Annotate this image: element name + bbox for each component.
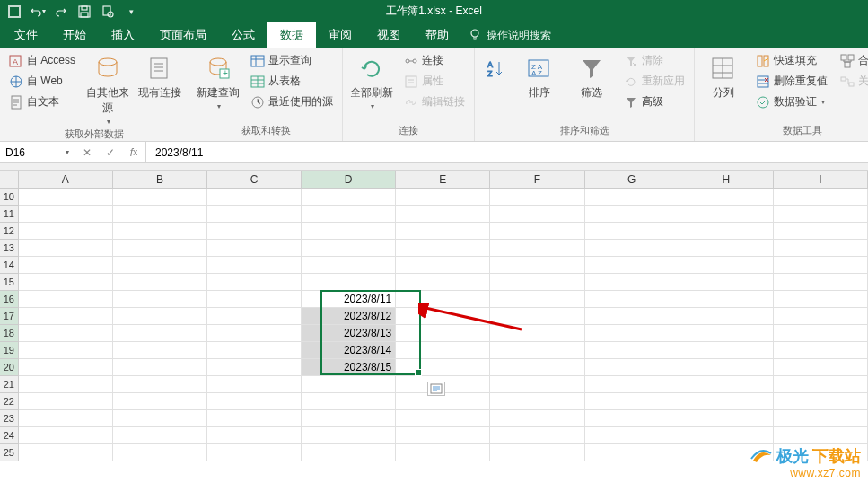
cell[interactable] [113, 359, 207, 376]
cell[interactable] [774, 427, 868, 444]
row-header[interactable]: 25 [0, 444, 19, 461]
cell[interactable] [19, 393, 113, 410]
from-access-button[interactable]: A自 Access [5, 51, 79, 70]
cell[interactable] [679, 427, 774, 444]
cell[interactable] [396, 189, 490, 206]
spreadsheet-grid[interactable]: ABCDEFGHI 101112131415162023/8/11172023/… [0, 171, 868, 461]
print-preview-icon[interactable] [97, 2, 118, 22]
cancel-formula-icon[interactable]: ✕ [75, 146, 99, 159]
show-queries-button[interactable]: 显示查询 [247, 51, 337, 70]
cell[interactable] [113, 325, 207, 342]
tab-home[interactable]: 开始 [50, 22, 99, 48]
name-box[interactable]: D16▾ [0, 142, 75, 162]
cell[interactable]: 2023/8/11 [302, 291, 396, 308]
undo-quick-icon[interactable]: ▾ [27, 2, 48, 22]
cell[interactable] [490, 427, 584, 444]
remove-duplicates-button[interactable]: 删除重复值 [752, 72, 831, 91]
cell[interactable] [19, 291, 113, 308]
cell[interactable] [19, 427, 113, 444]
column-header[interactable]: E [396, 171, 490, 189]
cell[interactable] [774, 223, 868, 240]
cell[interactable] [207, 308, 302, 325]
cell[interactable] [679, 325, 774, 342]
from-other-sources-button[interactable]: 自其他来源▾ [84, 51, 131, 126]
cell[interactable] [207, 325, 302, 342]
cell[interactable] [774, 189, 868, 206]
cell[interactable] [679, 257, 774, 274]
cell[interactable] [490, 325, 584, 342]
cell[interactable]: 2023/8/14 [302, 342, 396, 359]
cell[interactable] [490, 291, 584, 308]
cell[interactable] [113, 342, 207, 359]
cell[interactable] [207, 342, 302, 359]
cell[interactable] [19, 274, 113, 291]
redo-quick-icon[interactable] [50, 2, 72, 22]
cell[interactable] [302, 444, 396, 461]
row-header[interactable]: 24 [0, 427, 19, 444]
cell[interactable] [585, 427, 679, 444]
cell[interactable] [774, 308, 868, 325]
select-all-corner[interactable] [0, 171, 19, 189]
cell[interactable] [207, 206, 302, 223]
cell[interactable] [490, 223, 584, 240]
cell[interactable] [679, 206, 774, 223]
cell[interactable] [774, 240, 868, 257]
cell[interactable] [113, 427, 207, 444]
cell[interactable] [396, 257, 490, 274]
cell[interactable] [302, 393, 396, 410]
cell[interactable]: 2023/8/15 [302, 359, 396, 376]
cell[interactable] [396, 223, 490, 240]
cell[interactable] [679, 308, 774, 325]
cell[interactable] [679, 274, 774, 291]
connections-button[interactable]: 连接 [400, 51, 469, 70]
cell[interactable] [19, 308, 113, 325]
app-icon[interactable] [4, 2, 25, 22]
flash-fill-button[interactable]: 快速填充 [752, 51, 831, 70]
cell[interactable] [396, 308, 490, 325]
cell[interactable] [679, 376, 774, 393]
cell[interactable] [490, 308, 584, 325]
cell[interactable] [490, 206, 584, 223]
cell[interactable] [207, 427, 302, 444]
cell[interactable] [585, 257, 679, 274]
cell[interactable] [19, 410, 113, 427]
cell[interactable] [585, 223, 679, 240]
cell[interactable] [113, 444, 207, 461]
column-header[interactable]: B [113, 171, 207, 189]
text-to-columns-button[interactable]: 分列 [700, 51, 747, 101]
from-text-button[interactable]: 自文本 [5, 92, 79, 111]
cell[interactable] [302, 274, 396, 291]
cell[interactable] [302, 427, 396, 444]
advanced-filter-button[interactable]: 高级 [620, 92, 688, 111]
cell[interactable] [774, 393, 868, 410]
cell[interactable] [207, 189, 302, 206]
existing-connections-button[interactable]: 现有连接 [136, 51, 183, 101]
cell[interactable] [679, 342, 774, 359]
tab-formulas[interactable]: 公式 [219, 22, 267, 48]
cell[interactable] [113, 291, 207, 308]
tell-me-search[interactable]: 操作说明搜索 [469, 22, 551, 48]
cell[interactable] [490, 189, 584, 206]
column-header[interactable]: H [679, 171, 774, 189]
cell[interactable] [585, 206, 679, 223]
from-web-button[interactable]: 自 Web [5, 72, 79, 91]
cell[interactable] [774, 257, 868, 274]
row-header[interactable]: 18 [0, 325, 19, 342]
cell[interactable] [774, 206, 868, 223]
cell[interactable]: 2023/8/12 [302, 308, 396, 325]
cell[interactable] [585, 376, 679, 393]
row-header[interactable]: 22 [0, 393, 19, 410]
cell[interactable] [585, 240, 679, 257]
cell[interactable] [207, 240, 302, 257]
cell[interactable] [679, 189, 774, 206]
cell[interactable] [207, 274, 302, 291]
cell[interactable] [19, 240, 113, 257]
cell[interactable] [774, 359, 868, 376]
cell[interactable] [19, 189, 113, 206]
cell[interactable] [207, 444, 302, 461]
save-icon[interactable] [74, 2, 95, 22]
formula-input[interactable]: 2023/8/11 [146, 142, 868, 162]
cell[interactable] [302, 410, 396, 427]
cell[interactable] [585, 274, 679, 291]
cell[interactable] [679, 393, 774, 410]
